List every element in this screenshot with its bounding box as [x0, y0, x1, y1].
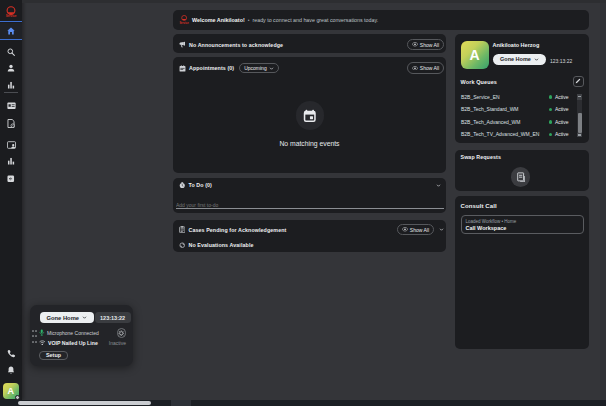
panel-timer: 123:13:22 — [95, 312, 131, 323]
evaluations-empty-text: No Evaluations Available — [189, 242, 254, 248]
sidebar: Service — [0, 0, 22, 400]
panel-mic-row: Microphone Connected — [39, 328, 126, 338]
todo-header: To Do (0) — [173, 178, 446, 191]
right-scrollbar-gutter — [600, 3, 606, 400]
swap-document-icon — [516, 172, 526, 183]
sidebar-item-file-report[interactable] — [0, 119, 22, 129]
announcement-icon — [179, 41, 186, 48]
wifi-icon — [39, 340, 46, 346]
voip-line-status: Inactive — [109, 340, 126, 346]
voip-line-text: VOIP Nailed Up Line — [48, 340, 98, 346]
queue-active-dot — [549, 108, 553, 112]
queue-status-group: Active — [549, 131, 569, 137]
edit-queues-button[interactable] — [573, 76, 584, 87]
drag-dot — [35, 341, 37, 343]
todo-clock-icon — [179, 182, 186, 189]
announcements-card: No Announcements to acknowledge Show All — [173, 34, 446, 53]
queue-status: Active — [555, 131, 569, 137]
audio-settings-button[interactable] — [117, 328, 127, 338]
scrollbar-thumb[interactable] — [578, 113, 582, 133]
welcome-title: Welcome Anikiloato! — [192, 17, 245, 23]
scrollbar-down-arrow[interactable] — [577, 133, 582, 137]
banner-brand-logo-icon — [181, 15, 187, 21]
horizontal-scrollbar-thumb[interactable] — [18, 401, 151, 405]
drag-dot — [32, 335, 34, 337]
appointments-filter-label: Upcoming — [244, 65, 267, 71]
cases-title: Cases Pending for Acknowledgement — [189, 227, 287, 233]
agent-status-dropdown[interactable]: Gone Home — [493, 54, 547, 66]
queue-active-dot — [549, 95, 553, 99]
cases-show-all-label: Show All — [410, 227, 429, 233]
sidebar-item-search[interactable] — [0, 47, 22, 56]
sidebar-blue-divider-bottom — [0, 39, 22, 40]
setup-button-label: Setup — [46, 352, 61, 358]
home-icon — [7, 27, 15, 35]
setup-button[interactable]: Setup — [39, 351, 68, 361]
queue-row: B2B_Tech_TV_Advanced_WM_EN Active — [461, 132, 569, 138]
consult-call-title: Consult Call — [455, 196, 589, 209]
drag-handle[interactable] — [32, 330, 37, 343]
sidebar-phone-button[interactable] — [0, 348, 22, 358]
consult-workspace-label: Call Workspace — [466, 225, 579, 231]
queues-scrollbar[interactable] — [577, 94, 582, 138]
queue-active-dot — [549, 133, 553, 137]
panel-voip-row: VOIP Nailed Up Line Inactive — [39, 339, 126, 348]
evaluations-row: No Evaluations Available — [173, 239, 446, 251]
welcome-banner: Service Welcome Anikiloato! • ready to c… — [173, 10, 589, 31]
sidebar-item-analytics[interactable] — [0, 81, 22, 90]
todo-card: To Do (0) — [173, 178, 446, 213]
microphone-icon — [39, 329, 45, 336]
queue-status-group: Active — [549, 94, 569, 100]
chevron-down-icon — [269, 66, 274, 71]
pencil-icon — [575, 78, 581, 84]
drag-dot — [35, 330, 37, 332]
bar-chart-icon — [7, 81, 15, 89]
todo-input[interactable] — [176, 199, 444, 211]
todo-collapse-chevron[interactable] — [436, 183, 441, 188]
scrollbar-up-arrow[interactable] — [577, 94, 582, 100]
bar-chart2-icon — [7, 157, 15, 165]
queue-row: B2B_Tech_Standard_WM Active — [461, 107, 569, 113]
appointments-header: Appointments (0) Upcoming Show All — [173, 57, 446, 78]
appointments-filter-dropdown[interactable]: Upcoming — [239, 63, 279, 73]
cases-collapse-chevron[interactable] — [439, 227, 444, 232]
sidebar-item-id-card[interactable] — [0, 101, 22, 110]
work-queues-title: Work Queues — [461, 79, 497, 85]
drag-dot — [32, 330, 34, 332]
agent-card: A Anikiloato Herzog Gone Home 123:13:22 … — [455, 34, 589, 143]
eye-icon — [402, 227, 408, 232]
sidebar-item-workspace[interactable] — [0, 141, 22, 151]
file-clock-icon — [7, 119, 15, 128]
drag-dot — [32, 341, 34, 343]
sidebar-item-home[interactable] — [0, 23, 22, 40]
sidebar-item-exit[interactable] — [0, 175, 22, 184]
queue-status: Active — [555, 106, 569, 112]
appointments-show-all-button[interactable]: Show All — [407, 62, 444, 74]
queue-status-group: Active — [549, 119, 569, 125]
sidebar-item-contacts[interactable] — [0, 64, 22, 73]
eye-icon — [412, 42, 418, 47]
sidebar-notifications-button[interactable] — [0, 366, 22, 375]
swap-requests-title: Swap Requests — [455, 150, 589, 161]
agent-name: Anikiloato Herzog — [493, 42, 540, 48]
sidebar-avatar[interactable]: A — [3, 383, 19, 399]
sidebar-item-reports[interactable] — [0, 157, 22, 166]
queue-name: B2B_Service_EN — [461, 94, 549, 100]
appointments-empty-text: No matching events — [173, 140, 446, 147]
agent-avatar: A — [461, 41, 489, 69]
horizontal-scrollbar[interactable] — [0, 400, 606, 406]
queue-name: B2B_Tech_Advanced_WM — [461, 119, 549, 125]
evaluations-award-icon — [179, 242, 186, 249]
appointments-title: Appointments (0) — [189, 65, 234, 71]
mic-status-text: Microphone Connected — [47, 330, 99, 336]
queue-status-group: Active — [549, 106, 569, 112]
bell-icon — [7, 366, 15, 375]
cases-show-all-button[interactable]: Show All — [397, 224, 434, 236]
announcements-show-all-button[interactable]: Show All — [407, 39, 444, 51]
announcements-show-all-label: Show All — [420, 42, 439, 48]
panel-status-label: Gone Home — [47, 315, 80, 321]
consult-workspace-item[interactable]: Loaded Workflow • Home Call Workspace — [461, 215, 584, 234]
scrollbar-arrow-dash — [578, 134, 581, 135]
banner-brand-logo: Service — [180, 15, 189, 25]
panel-status-dropdown[interactable]: Gone Home — [40, 312, 94, 323]
